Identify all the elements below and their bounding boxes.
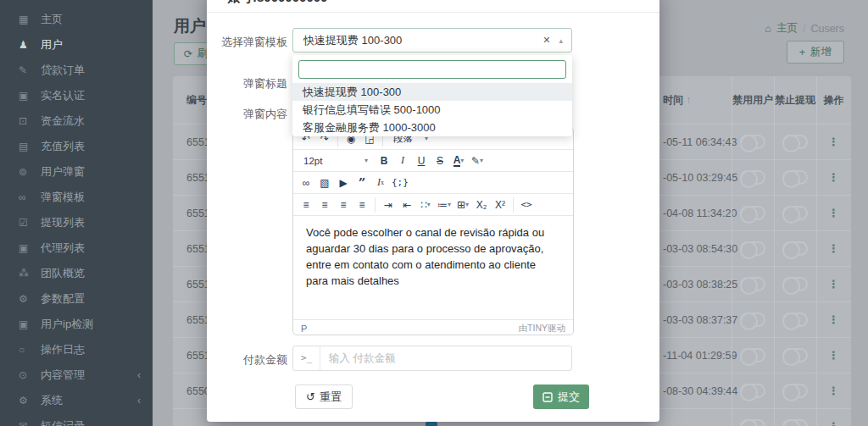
row-actions-button[interactable]: ⋮ xyxy=(816,278,851,290)
ban-user-toggle[interactable] xyxy=(740,135,765,149)
sidebar-item-operation-log[interactable]: ○操作日志 xyxy=(0,337,153,362)
breadcrumb-home[interactable]: 主页 xyxy=(776,21,798,36)
dropdown-option[interactable]: 客服金融服务费 1000-3000 xyxy=(292,119,572,136)
row-actions-button[interactable]: ⋮ xyxy=(816,349,851,362)
vault-icon: ▤ xyxy=(19,141,41,152)
cell-time: -03-03 08:54:30 xyxy=(651,243,732,255)
ban-user-toggle[interactable] xyxy=(740,348,765,362)
sidebar-item-users[interactable]: ♟用户 xyxy=(0,32,153,58)
ban-user-toggle[interactable] xyxy=(740,170,765,185)
subscript-button[interactable]: X₂ xyxy=(472,196,491,214)
align-justify-button[interactable]: ≡ xyxy=(353,196,371,214)
row-actions-button[interactable]: ⋮ xyxy=(816,313,851,326)
amount-field: >_ xyxy=(292,346,572,371)
template-label: 选择弹窗模板 xyxy=(215,35,287,50)
highlight-color-button[interactable]: ✎▾ xyxy=(468,152,487,170)
sidebar-item-recharge-list[interactable]: ▤充值列表 xyxy=(0,134,153,159)
ban-withdraw-toggle[interactable] xyxy=(782,384,808,398)
underline-button[interactable]: U xyxy=(412,152,431,170)
row-actions-button[interactable]: ⋮ xyxy=(816,242,851,255)
italic-button[interactable]: I xyxy=(393,152,412,170)
dropdown-option[interactable]: 快速提现费 100-300 xyxy=(292,83,572,101)
indent-button[interactable]: ⇥ xyxy=(379,196,398,214)
pagination-active-page[interactable] xyxy=(426,422,437,426)
row-actions-button[interactable]: ⋮ xyxy=(816,385,851,397)
ban-withdraw-toggle[interactable] xyxy=(782,313,808,327)
ban-withdraw-toggle[interactable] xyxy=(782,419,808,426)
row-actions-button[interactable]: ⋮ xyxy=(816,136,851,148)
ban-user-toggle[interactable] xyxy=(740,206,765,220)
ban-withdraw-toggle[interactable] xyxy=(782,348,808,362)
sidebar-item-popup-template[interactable]: ∞弹窗模板 xyxy=(0,185,153,210)
dropdown-option[interactable]: 银行信息填写错误 500-1000 xyxy=(292,101,572,119)
caret-down-icon: ▾ xyxy=(460,157,464,164)
sidebar: ▦主页 ♟用户 ✎贷款订单 ▣实名认证 ⊡资金流水 ▤充值列表 ⊚用户弹窗 ∞弹… xyxy=(0,0,153,426)
sidebar-item-agent-list[interactable]: ▣代理列表 xyxy=(0,235,153,261)
clear-format-button[interactable]: Ix xyxy=(371,174,390,192)
clear-icon[interactable]: ✕ xyxy=(534,35,559,46)
bullet-list-button[interactable]: ∷▾ xyxy=(416,196,435,214)
superscript-button[interactable]: X² xyxy=(491,196,509,214)
modal-title: 账号:8000000000 xyxy=(227,0,327,6)
sidebar-item-system[interactable]: ⚙系统‹ xyxy=(0,388,153,413)
ban-user-toggle[interactable] xyxy=(740,241,765,256)
strikethrough-button[interactable]: S xyxy=(431,152,449,170)
blockquote-button[interactable]: ” xyxy=(353,174,371,192)
sidebar-item-param-config[interactable]: ⚙参数配置 xyxy=(0,286,153,312)
header-ops: 操作 xyxy=(816,93,851,108)
image-button[interactable]: ▧ xyxy=(315,174,334,192)
align-left-button[interactable]: ≡ xyxy=(297,196,315,214)
dropdown-search-input[interactable] xyxy=(298,60,566,79)
reset-button[interactable]: ↺重置 xyxy=(295,385,353,409)
chart-icon: ▦ xyxy=(19,14,41,25)
ban-user-toggle[interactable] xyxy=(740,419,765,426)
ban-user-toggle[interactable] xyxy=(740,313,765,327)
numbered-list-button[interactable]: ≔▾ xyxy=(435,196,453,214)
sidebar-item-user-popup[interactable]: ⊚用户弹窗 xyxy=(0,159,153,185)
terminal-prompt-icon: >_ xyxy=(293,346,320,370)
ban-withdraw-toggle[interactable] xyxy=(782,206,808,220)
font-size-select[interactable]: 12pt ▾ xyxy=(297,152,375,170)
amount-input[interactable] xyxy=(320,352,571,364)
bold-button[interactable]: B xyxy=(375,152,393,170)
sidebar-item-home[interactable]: ▦主页 xyxy=(0,7,153,32)
sidebar-item-withdraw-list[interactable]: ☑提现列表 xyxy=(0,210,153,235)
align-right-button[interactable]: ≡ xyxy=(334,196,353,214)
check-square-icon: ☑ xyxy=(19,217,41,229)
outdent-button[interactable]: ⇤ xyxy=(398,196,416,214)
ban-withdraw-toggle[interactable] xyxy=(782,241,808,256)
row-actions-button[interactable]: ⋮ xyxy=(816,171,851,184)
sidebar-item-user-ip-check[interactable]: ▣用户ip检测 xyxy=(0,312,153,337)
sidebar-item-team-overview[interactable]: ⁂团队概览 xyxy=(0,261,153,286)
sidebar-item-realname-auth[interactable]: ▣实名认证 xyxy=(0,83,153,108)
link-button[interactable]: ∞ xyxy=(297,174,315,192)
sidebar-item-content-mgmt[interactable]: ⊙内容管理‹ xyxy=(0,362,153,388)
code-sample-button[interactable]: {;} xyxy=(390,174,410,192)
row-actions-button[interactable]: ⋮ xyxy=(816,207,851,219)
tiny-brand: 由TINY驱动 xyxy=(519,323,565,335)
ban-user-toggle[interactable] xyxy=(740,277,765,291)
sidebar-item-sms-records[interactable]: ✉短信记录 xyxy=(0,413,153,426)
chevron-left-icon: ‹ xyxy=(137,395,141,407)
media-button[interactable]: ▶ xyxy=(334,174,353,192)
template-dropdown: 快速提现费 100-300 银行信息填写错误 500-1000 客服金融服务费 … xyxy=(292,55,572,136)
money-icon: ⊡ xyxy=(19,115,41,127)
align-center-button[interactable]: ≡ xyxy=(315,196,334,214)
column-divider xyxy=(774,76,775,426)
ban-withdraw-toggle[interactable] xyxy=(782,135,808,149)
template-select[interactable]: 快速提现费 100-300 ✕ ▴ xyxy=(292,28,572,53)
sidebar-item-fund-flow[interactable]: ⊡资金流水 xyxy=(0,108,153,134)
table-button[interactable]: ⊞▾ xyxy=(453,196,472,214)
ban-withdraw-toggle[interactable] xyxy=(782,170,808,185)
editor-content[interactable]: Você pode escolher o canal de revisão rá… xyxy=(293,216,573,319)
header-time[interactable]: 时间 ↑ xyxy=(651,93,732,108)
source-code-button[interactable]: <> xyxy=(517,196,536,214)
submit-button[interactable]: 提交 xyxy=(533,385,589,409)
sidebar-item-loan-orders[interactable]: ✎贷款订单 xyxy=(0,58,153,83)
text-color-button[interactable]: A▾ xyxy=(449,152,468,170)
row-actions-button[interactable]: ⋮ xyxy=(816,420,851,426)
caret-down-icon: ▾ xyxy=(448,201,451,208)
add-button[interactable]: +新增 xyxy=(787,41,844,64)
ban-user-toggle[interactable] xyxy=(740,384,765,398)
ban-withdraw-toggle[interactable] xyxy=(782,277,808,291)
